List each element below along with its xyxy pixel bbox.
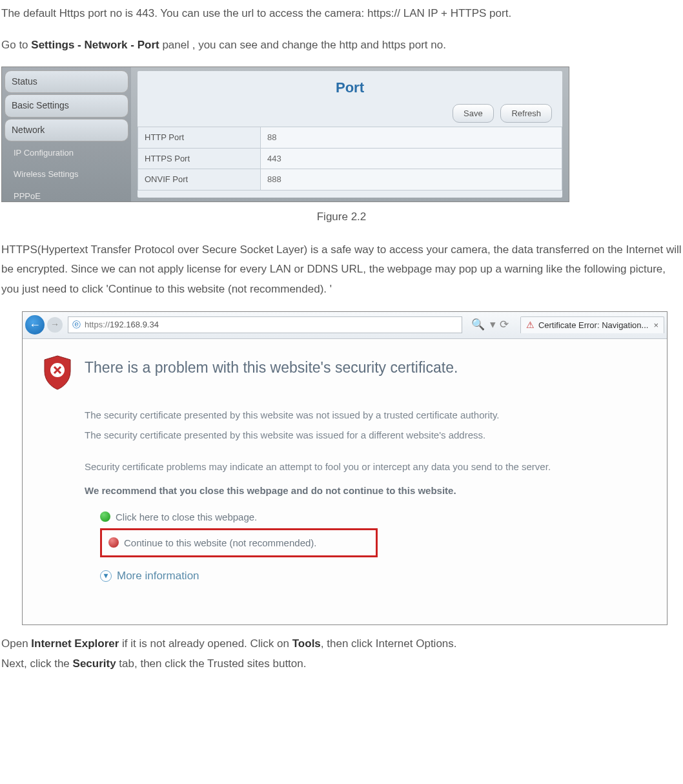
text: panel , you can see and change the http … [159, 39, 446, 51]
text: Next, click the [1, 657, 73, 670]
http-port-value[interactable]: 88 [261, 127, 562, 148]
doc-paragraph: Go to Settings - Network - Port panel , … [1, 36, 682, 56]
onvif-port-label: ONVIF Port [138, 169, 261, 190]
refresh-button[interactable]: Refresh [500, 104, 552, 123]
sidebar-item-ip-config[interactable]: IP Configuration [5, 143, 128, 163]
back-button[interactable]: ← [25, 315, 45, 335]
doc-paragraph: The default Https port no is 443. You ca… [1, 4, 682, 24]
table-row: HTTPS Port 443 [138, 148, 562, 169]
text: tab, then click the Trusted sites button… [116, 657, 307, 670]
more-information-toggle[interactable]: ▾ More information [100, 566, 647, 586]
error-detail: Security certificate problems may indica… [85, 458, 647, 475]
figure-caption: Figure 2.2 [1, 207, 682, 227]
close-webpage-link[interactable]: Click here to close this webpage. [100, 506, 647, 528]
ie-logo-icon: ⓔ [72, 317, 81, 332]
arrow-left-icon: ← [29, 315, 41, 335]
address-bar[interactable]: ⓔ https://192.168.9.34 [68, 316, 462, 333]
shield-error-icon [42, 355, 73, 391]
text: if it is not already opened. Click on [119, 637, 292, 650]
check-icon [100, 511, 110, 522]
arrow-right-icon: → [50, 316, 59, 333]
menu-path-text: Settings - Network - Port [31, 39, 159, 51]
error-detail: The security certificate presented by th… [85, 426, 647, 444]
url-host: 192.168.9.34 [110, 317, 159, 332]
sidebar-item-status[interactable]: Status [5, 70, 128, 93]
tab-name: Security [73, 657, 116, 670]
panel-title: Port [138, 71, 562, 102]
port-settings-screenshot: Status Basic Settings Network IP Configu… [1, 67, 569, 202]
continue-link[interactable]: Continue to this website (not recommende… [100, 528, 378, 557]
warning-icon [108, 537, 119, 548]
chevron-down-icon: ▾ [100, 570, 112, 582]
port-panel: Port Save Refresh HTTP Port 88 HTTPS Por… [138, 71, 562, 198]
https-port-value[interactable]: 443 [261, 148, 562, 169]
table-row: HTTP Port 88 [138, 127, 562, 148]
sidebar-item-basic-settings[interactable]: Basic Settings [5, 94, 128, 117]
doc-paragraph: HTTPS(Hypertext Transfer Protocol over S… [1, 240, 682, 300]
error-recommendation: We recommend that you close this webpage… [85, 482, 647, 499]
close-tab-icon[interactable]: × [653, 318, 658, 333]
link-label: Click here to close this webpage. [116, 508, 257, 526]
tab-label: Certificate Error: Navigation... [538, 318, 649, 333]
sidebar-item-pppoe[interactable]: PPPoE [5, 186, 128, 203]
dropdown-icon[interactable]: ▾ [490, 315, 496, 335]
url-protocol: https:// [85, 317, 110, 332]
sidebar-item-network[interactable]: Network [5, 119, 128, 141]
cert-error-icon: ⚠ [526, 317, 535, 333]
refresh-icon[interactable]: ⟳ [500, 315, 509, 335]
table-row: ONVIF Port 888 [138, 169, 562, 190]
text: , then click Internet Options. [321, 637, 457, 650]
doc-paragraph: Open Internet Explorer if it is not alre… [1, 634, 682, 654]
more-info-label: More information [117, 566, 199, 586]
search-icon[interactable]: 🔍 [471, 315, 485, 335]
ie-toolbar: ← → ⓔ https://192.168.9.34 🔍 ▾ ⟳ ⚠ Certi… [23, 312, 667, 339]
menu-name: Tools [292, 637, 321, 650]
error-detail: The security certificate presented by th… [85, 406, 647, 424]
forward-button[interactable]: → [47, 317, 63, 333]
text: Open [1, 637, 31, 650]
link-label: Continue to this website (not recommende… [124, 534, 316, 552]
settings-sidebar: Status Basic Settings Network IP Configu… [2, 67, 131, 201]
text: Go to [1, 39, 31, 51]
app-name: Internet Explorer [31, 637, 119, 650]
port-table: HTTP Port 88 HTTPS Port 443 ONVIF Port 8… [138, 127, 562, 190]
toolbar-controls: 🔍 ▾ ⟳ [467, 315, 511, 335]
onvif-port-value[interactable]: 888 [261, 169, 562, 190]
doc-paragraph: Next, click the Security tab, then click… [1, 654, 682, 674]
panel-buttons: Save Refresh [138, 102, 562, 127]
error-heading: There is a problem with this website's s… [85, 355, 458, 381]
sidebar-item-wireless[interactable]: Wireless Settings [5, 164, 128, 184]
save-button[interactable]: Save [453, 104, 494, 123]
https-port-label: HTTPS Port [138, 148, 261, 169]
ie-cert-error-screenshot: ← → ⓔ https://192.168.9.34 🔍 ▾ ⟳ ⚠ Certi… [22, 311, 668, 626]
browser-tab[interactable]: ⚠ Certificate Error: Navigation... × [520, 316, 664, 333]
ie-error-body: There is a problem with this website's s… [23, 339, 667, 625]
http-port-label: HTTP Port [138, 127, 261, 148]
